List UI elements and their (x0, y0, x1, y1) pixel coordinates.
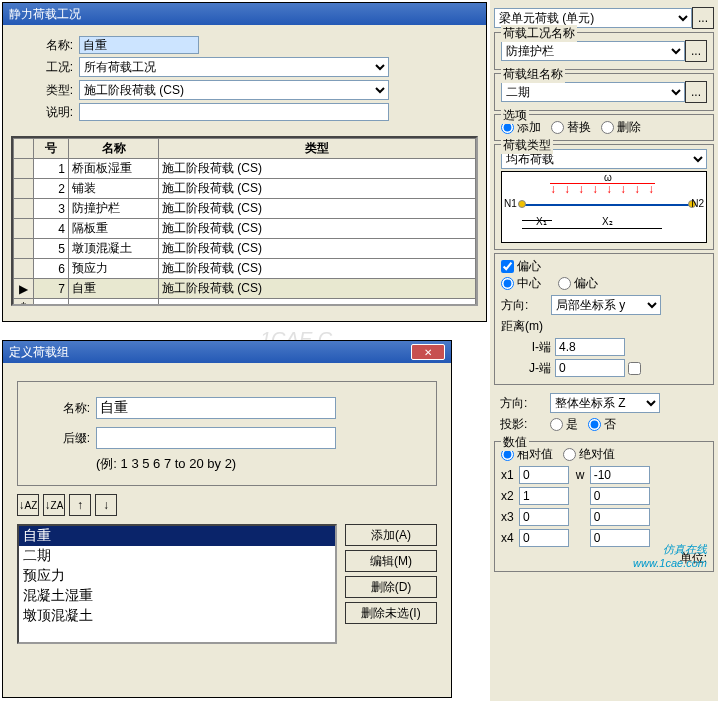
load-diagram: ω ↓↓↓↓↓↓↓↓ N1 N2 X₁ X₂ (501, 171, 707, 243)
lbl-dir: 方向: (501, 297, 551, 314)
panel-group-title: 荷载组名称 (501, 66, 565, 83)
w2-input[interactable] (590, 487, 650, 505)
lbl-type: 类型: (13, 82, 73, 99)
proj-no-radio[interactable]: 否 (588, 416, 616, 433)
opt-delete-radio[interactable]: 删除 (601, 120, 641, 134)
list-item: 混凝土湿重 (19, 586, 335, 606)
iend-input[interactable] (555, 338, 625, 356)
close-icon[interactable]: ✕ (411, 344, 445, 360)
x3-input[interactable] (519, 508, 569, 526)
ecc-offset-radio[interactable]: 偏心 (558, 276, 598, 290)
table-row: 5墩顶混凝土施工阶段荷载 (CS) (14, 239, 476, 259)
load-table[interactable]: 号名称类型 1桥面板湿重施工阶段荷载 (CS) 2铺装施工阶段荷载 (CS) 3… (13, 138, 476, 306)
row-marker-icon: ▶ (14, 279, 34, 299)
ecc-checkbox[interactable]: 偏心 (501, 259, 541, 273)
case-name-select[interactable]: 防撞护栏 (501, 41, 685, 61)
win1-title: 静力荷载工况 (3, 3, 486, 25)
group-more-button[interactable]: ... (685, 81, 707, 103)
list-item: 预应力 (19, 566, 335, 586)
delete-unselected-button[interactable]: 删除未选(I) (345, 602, 437, 624)
table-row-new: * (14, 299, 476, 307)
lbl-x4: x4 (501, 531, 519, 545)
lbl-jend: J-端 (501, 360, 551, 377)
ecc-dir-select[interactable]: 局部坐标系 y (551, 295, 661, 315)
panel-loadtype-title: 荷载类型 (501, 137, 553, 154)
panel-values-title: 数值 (501, 434, 529, 451)
lbl-proj: 投影: (500, 416, 550, 433)
new-row-icon: * (14, 299, 34, 307)
panel-opts-title: 选项 (501, 107, 529, 124)
lbl-x3: x3 (501, 510, 519, 524)
desc-input[interactable] (79, 103, 389, 121)
w3-input[interactable] (590, 508, 650, 526)
name-input[interactable] (79, 36, 199, 54)
x1-input[interactable] (519, 466, 569, 484)
w1-input[interactable] (590, 466, 650, 484)
lbl-name: 名称: (13, 37, 73, 54)
table-row: 3防撞护栏施工阶段荷载 (CS) (14, 199, 476, 219)
abs-radio[interactable]: 绝对值 (563, 447, 615, 461)
x2-input[interactable] (519, 487, 569, 505)
sort-za-button[interactable]: ↓ZA (43, 494, 65, 516)
lbl-suffix: 后缀: (30, 430, 90, 447)
more-button[interactable]: ... (692, 7, 714, 29)
opt-replace-radio[interactable]: 替换 (551, 120, 591, 134)
lbl-x1: x1 (501, 468, 519, 482)
case-select[interactable]: 所有荷载工况 (79, 57, 389, 77)
proj-yes-radio[interactable]: 是 (550, 416, 578, 433)
lbl-case: 工况: (13, 59, 73, 76)
dir2-select[interactable]: 整体坐标系 Z (550, 393, 660, 413)
table-row-selected: ▶7自重施工阶段荷载 (CS) (14, 279, 476, 299)
type-select[interactable]: 施工阶段荷载 (CS) (79, 80, 389, 100)
table-row: 1桥面板湿重施工阶段荷载 (CS) (14, 159, 476, 179)
lbl-desc: 说明: (13, 104, 73, 121)
suffix-input[interactable] (96, 427, 336, 449)
table-row: 4隔板重施工阶段荷载 (CS) (14, 219, 476, 239)
edit-button[interactable]: 编辑(M) (345, 550, 437, 572)
jend-checkbox[interactable] (628, 362, 641, 375)
lbl-dir2: 方向: (500, 395, 550, 412)
move-up-button[interactable]: ↑ (69, 494, 91, 516)
lbl-x2: x2 (501, 489, 519, 503)
case-more-button[interactable]: ... (685, 40, 707, 62)
lbl-dist: 距离(m) (501, 318, 707, 335)
table-row: 6预应力施工阶段荷载 (CS) (14, 259, 476, 279)
group-name-select[interactable]: 二期 (501, 82, 685, 102)
lbl-iend: I-端 (501, 339, 551, 356)
group-listbox[interactable]: 自重 二期 预应力 混凝土湿重 墩顶混凝土 (17, 524, 337, 644)
add-button[interactable]: 添加(A) (345, 524, 437, 546)
example-text: (例: 1 3 5 6 7 to 20 by 2) (96, 455, 424, 473)
list-item: 二期 (19, 546, 335, 566)
table-row: 2铺装施工阶段荷载 (CS) (14, 179, 476, 199)
sort-az-button[interactable]: ↓AZ (17, 494, 39, 516)
panel-case-title: 荷载工况名称 (501, 25, 577, 42)
delete-button[interactable]: 删除(D) (345, 576, 437, 598)
watermark: 仿真在线www.1cae.com (633, 542, 707, 569)
jend-input[interactable] (555, 359, 625, 377)
group-name-input[interactable] (96, 397, 336, 419)
x4-input[interactable] (519, 529, 569, 547)
ecc-center-radio[interactable]: 中心 (501, 276, 541, 290)
list-item: 墩顶混凝土 (19, 606, 335, 626)
lbl-name2: 名称: (30, 400, 90, 417)
move-down-button[interactable]: ↓ (95, 494, 117, 516)
list-item: 自重 (19, 526, 335, 546)
win2-title: 定义荷载组✕ (3, 341, 451, 363)
lbl-w: w (576, 468, 590, 482)
